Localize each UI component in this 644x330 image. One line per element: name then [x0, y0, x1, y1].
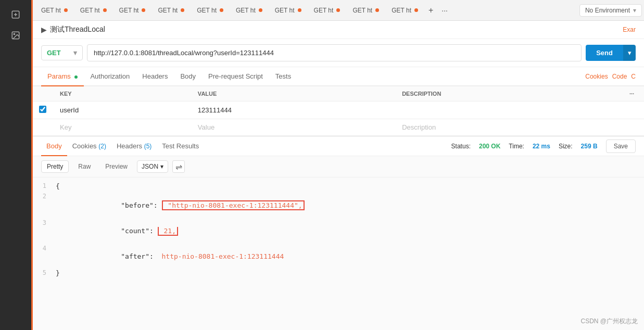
- tab-dot: [414, 8, 418, 12]
- tab-10[interactable]: GET ht: [385, 1, 424, 20]
- tab-5[interactable]: GET ht: [191, 1, 230, 20]
- resp-tab-headers[interactable]: Headers (5): [111, 137, 157, 156]
- col-key: KEY: [54, 86, 192, 101]
- environment-select[interactable]: No Environment ▾: [579, 4, 642, 17]
- request-title-bar: ▶ 测试ThreadLocal Exar: [33, 21, 644, 39]
- line-code: }: [52, 269, 644, 279]
- response-area: Body Cookies (2) Headers (5) Test Result…: [33, 136, 644, 330]
- code-key: "count": [105, 227, 149, 235]
- tab-body-label: Body: [180, 72, 196, 80]
- status-value: 200 OK: [479, 143, 500, 150]
- code-value: "http-nio-8081-exec-1:123111444",: [164, 201, 302, 209]
- size-label: Size:: [559, 143, 573, 150]
- row-description[interactable]: [396, 101, 623, 119]
- tab-body[interactable]: Body: [174, 67, 202, 86]
- line-number: 3: [33, 219, 52, 244]
- code-line-3: 3 "count": 21,: [33, 219, 644, 244]
- send-button-group: Send ▾: [586, 45, 636, 61]
- tab-tests-label: Tests: [275, 72, 291, 80]
- tab-params[interactable]: Params: [41, 67, 84, 86]
- empty-key[interactable]: Key: [54, 119, 192, 136]
- sidebar-image-icon[interactable]: [6, 26, 25, 45]
- tabs-bar: GET ht GET ht GET ht GET ht GET ht GET h…: [33, 0, 644, 21]
- resp-tab-body[interactable]: Body: [41, 137, 67, 156]
- code-line-5: 5 }: [33, 269, 644, 279]
- row-checkbox[interactable]: [39, 106, 46, 113]
- chevron-down-icon: ▾: [633, 7, 636, 14]
- tab-dot: [103, 8, 107, 12]
- resp-body-label: Body: [46, 142, 62, 150]
- tab-7[interactable]: GET ht: [269, 1, 308, 20]
- main-content: GET ht GET ht GET ht GET ht GET ht GET h…: [33, 0, 644, 330]
- method-label: GET: [47, 49, 61, 57]
- format-raw-button[interactable]: Raw: [73, 161, 96, 172]
- tab-2[interactable]: GET ht: [74, 1, 113, 20]
- sidebar-add-icon[interactable]: [6, 5, 25, 24]
- method-select[interactable]: GET ▾: [41, 45, 83, 60]
- row-value[interactable]: 123111444: [192, 101, 396, 119]
- example-link[interactable]: Exar: [623, 26, 636, 33]
- tab-8[interactable]: GET ht: [308, 1, 347, 20]
- tab-4[interactable]: GET ht: [151, 1, 191, 20]
- tab-authorization-label: Authorization: [90, 72, 130, 80]
- format-bar: Pretty Raw Preview JSON ▾ ⇌: [33, 156, 644, 177]
- headers-badge: (5): [144, 143, 152, 150]
- status-label: Status:: [451, 143, 471, 150]
- more-link[interactable]: C: [631, 73, 636, 80]
- empty-description[interactable]: Description: [396, 119, 623, 136]
- tab-pre-request[interactable]: Pre-request Script: [202, 67, 269, 86]
- environment-label: No Environment: [585, 7, 630, 14]
- code-line-4: 4 "after": http-nio-8081-exec-1:12311144…: [33, 244, 644, 269]
- code-key: "before": [105, 201, 154, 209]
- tab-9[interactable]: GET ht: [346, 1, 385, 20]
- tab-3[interactable]: GET ht: [113, 1, 152, 20]
- line-code: "count": 21,: [52, 219, 644, 244]
- tab-6[interactable]: GET ht: [230, 1, 269, 20]
- cookies-link[interactable]: Cookies: [585, 73, 608, 80]
- save-button[interactable]: Save: [606, 139, 636, 153]
- tab-more-button[interactable]: ···: [437, 4, 452, 17]
- collapse-arrow-icon[interactable]: ▶: [41, 26, 47, 34]
- tab-1[interactable]: GET ht: [35, 1, 74, 20]
- row-more: [623, 101, 644, 119]
- tab-dot: [375, 8, 379, 12]
- right-links: Cookies Code C: [585, 73, 636, 80]
- wrap-icon[interactable]: ⇌: [172, 160, 185, 173]
- code-line-2: 2 "before": "http-nio-8081-exec-1:123111…: [33, 192, 644, 219]
- url-input[interactable]: [87, 44, 582, 61]
- method-chevron-icon: ▾: [73, 49, 77, 57]
- format-preview-button[interactable]: Preview: [100, 161, 133, 172]
- resp-test-results-label: Test Results: [162, 142, 199, 150]
- watermark: CSDN @广州权志龙: [580, 317, 638, 326]
- code-link[interactable]: Code: [612, 73, 627, 80]
- line-number: 1: [33, 182, 52, 192]
- tab-params-label: Params: [47, 72, 71, 80]
- row-checkbox-cell[interactable]: [33, 101, 54, 119]
- tab-label: GET ht: [119, 7, 139, 14]
- code-value: http-nio-8081-exec-1:123111444: [162, 252, 284, 260]
- code-line-1: 1 {: [33, 182, 644, 192]
- send-button[interactable]: Send: [586, 45, 623, 61]
- send-dropdown-button[interactable]: ▾: [623, 45, 636, 61]
- col-description: DESCRIPTION: [396, 86, 623, 101]
- tab-tests[interactable]: Tests: [269, 67, 297, 86]
- cookies-badge: (2): [98, 143, 106, 150]
- row-key[interactable]: userId: [54, 101, 192, 119]
- tab-add-button[interactable]: +: [424, 4, 437, 17]
- response-status: Status: 200 OK Time: 22 ms Size: 259 B S…: [451, 139, 636, 153]
- tab-headers[interactable]: Headers: [136, 67, 174, 86]
- tab-dot: [181, 8, 184, 12]
- tab-label: GET ht: [275, 7, 295, 14]
- tab-authorization[interactable]: Authorization: [84, 67, 136, 86]
- format-pretty-button[interactable]: Pretty: [41, 160, 69, 173]
- line-code: "before": "http-nio-8081-exec-1:12311144…: [52, 192, 644, 219]
- format-type-select[interactable]: JSON ▾: [137, 160, 168, 173]
- tab-label: GET ht: [392, 7, 411, 14]
- tab-pre-request-label: Pre-request Script: [208, 72, 263, 80]
- tab-dot: [336, 8, 340, 12]
- tab-dot: [220, 8, 223, 12]
- empty-value[interactable]: Value: [192, 119, 396, 136]
- resp-tab-test-results[interactable]: Test Results: [157, 137, 204, 156]
- url-bar: GET ▾ Send ▾: [33, 39, 644, 67]
- resp-tab-cookies[interactable]: Cookies (2): [67, 137, 111, 156]
